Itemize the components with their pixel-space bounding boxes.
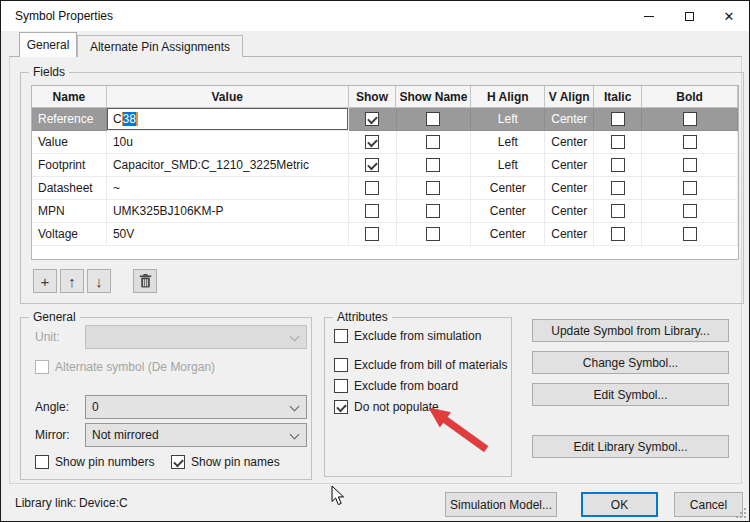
field-value-editor[interactable]: C38 [107,108,348,130]
show-checkbox-cell[interactable] [349,131,397,154]
attribute-checkbox-do-not-populate[interactable]: Do not populate [334,400,439,414]
attribute-checkbox-exclude-from-board[interactable]: Exclude from board [334,379,458,393]
bold-checkbox-cell[interactable] [642,131,738,154]
italic-checkbox-cell[interactable] [594,200,642,223]
tab-alternate-pin-assignments[interactable]: Alternate Pin Assignments [77,35,243,57]
show-pin-numbers-checkbox[interactable]: Show pin numbers [35,455,154,469]
column-header-bold[interactable]: Bold [642,86,738,107]
field-value-cell[interactable]: 10u [107,131,349,154]
h-align-cell[interactable]: Left [471,131,545,154]
bold-checkbox-cell[interactable] [642,108,738,131]
attribute-label: Exclude from board [354,379,458,393]
column-header-name[interactable]: Name [32,86,107,107]
show-name-checkbox-cell[interactable] [397,223,472,246]
field-row-reference[interactable]: ReferenceC38LeftCenter [32,108,738,131]
show-name-checkbox-cell[interactable] [397,108,472,131]
resize-grip[interactable] [735,507,747,519]
button-label: OK [611,498,628,512]
field-name-cell[interactable]: MPN [32,200,107,223]
bold-checkbox-cell[interactable] [642,223,738,246]
field-row-value[interactable]: Value10uLeftCenter [32,131,738,154]
field-name-cell[interactable]: Datasheet [32,177,107,200]
show-checkbox-cell[interactable] [349,200,397,223]
maximize-button[interactable] [669,1,709,31]
edit-library-symbol-button[interactable]: Edit Library Symbol... [532,435,729,458]
move-field-down-button[interactable]: ↓ [87,269,111,293]
v-align-cell[interactable]: Center [545,131,594,154]
field-value-cell[interactable]: UMK325BJ106KM-P [107,200,349,223]
field-value-cell[interactable]: 50V [107,223,349,246]
checkbox-checked-icon [365,158,379,172]
show-name-checkbox-cell[interactable] [397,131,472,154]
show-name-checkbox-cell[interactable] [397,200,472,223]
checkbox-unchecked-icon [426,227,440,241]
field-name-cell[interactable]: Footprint [32,154,107,177]
field-value-cell[interactable]: Capacitor_SMD:C_1210_3225Metric [107,154,349,177]
show-checkbox-cell[interactable] [349,223,397,246]
show-checkbox-cell[interactable] [349,177,397,200]
angle-combobox[interactable]: 0 [85,395,307,419]
update-symbol-from-library-button[interactable]: Update Symbol from Library... [532,319,729,342]
checkbox-unchecked-icon [683,181,697,195]
minimize-icon [644,16,654,17]
v-align-cell[interactable]: Center [545,108,594,131]
show-pin-names-checkbox[interactable]: Show pin names [171,455,280,469]
show-checkbox-cell[interactable] [349,108,397,131]
attribute-checkbox-exclude-from-simulation[interactable]: Exclude from simulation [334,329,481,343]
checkbox-unchecked-icon [426,204,440,218]
show-checkbox-cell[interactable] [349,154,397,177]
tab-general[interactable]: General [19,32,77,57]
cancel-button[interactable]: Cancel [674,492,743,517]
close-button[interactable]: ✕ [709,1,749,31]
v-align-cell[interactable]: Center [545,223,594,246]
field-row-voltage[interactable]: Voltage50VCenterCenter [32,223,738,246]
add-field-button[interactable]: + [33,269,57,293]
move-field-up-button[interactable]: ↑ [60,269,84,293]
column-header-show[interactable]: Show [349,86,397,107]
chevron-down-icon [290,402,300,412]
italic-checkbox-cell[interactable] [594,154,642,177]
checkbox-unchecked-icon [611,227,625,241]
italic-checkbox-cell[interactable] [594,131,642,154]
h-align-cell[interactable]: Left [471,154,545,177]
bold-checkbox-cell[interactable] [642,154,738,177]
show-name-checkbox-cell[interactable] [397,177,472,200]
h-align-cell[interactable]: Left [471,108,545,131]
h-align-cell[interactable]: Center [471,177,545,200]
show-name-checkbox-cell[interactable] [397,154,472,177]
field-name-cell[interactable]: Reference [32,108,107,131]
column-header-h-align[interactable]: H Align [471,86,545,107]
field-name-cell[interactable]: Voltage [32,223,107,246]
column-header-v-align[interactable]: V Align [545,86,594,107]
italic-checkbox-cell[interactable] [594,108,642,131]
italic-checkbox-cell[interactable] [594,177,642,200]
attribute-checkbox-exclude-from-bill-of-materials[interactable]: Exclude from bill of materials [334,358,507,372]
change-symbol-button[interactable]: Change Symbol... [532,351,729,374]
field-value-cell[interactable]: ~ [107,177,349,200]
title-bar[interactable]: Symbol Properties ✕ [1,1,749,31]
h-align-cell[interactable]: Center [471,200,545,223]
minimize-button[interactable] [629,1,669,31]
mirror-combobox[interactable]: Not mirrored [85,423,307,447]
column-header-show-name[interactable]: Show Name [396,86,471,107]
italic-checkbox-cell[interactable] [594,223,642,246]
v-align-cell[interactable]: Center [545,200,594,223]
edit-symbol-button[interactable]: Edit Symbol... [532,383,729,406]
column-header-italic[interactable]: Italic [594,86,642,107]
field-name-cell[interactable]: Value [32,131,107,154]
delete-field-button[interactable] [133,269,157,293]
bold-checkbox-cell[interactable] [642,200,738,223]
ok-button[interactable]: OK [581,492,658,517]
field-row-mpn[interactable]: MPNUMK325BJ106KM-PCenterCenter [32,200,738,223]
field-value-cell[interactable]: C38 [107,108,349,131]
v-align-cell[interactable]: Center [545,154,594,177]
field-row-datasheet[interactable]: Datasheet~CenterCenter [32,177,738,200]
arrow-down-icon: ↓ [95,274,103,289]
h-align-cell[interactable]: Center [471,223,545,246]
checkbox-icon [35,360,49,374]
column-header-value[interactable]: Value [107,86,349,107]
field-row-footprint[interactable]: FootprintCapacitor_SMD:C_1210_3225Metric… [32,154,738,177]
bold-checkbox-cell[interactable] [642,177,738,200]
v-align-cell[interactable]: Center [545,177,594,200]
simulation-model-button[interactable]: Simulation Model... [445,492,557,517]
